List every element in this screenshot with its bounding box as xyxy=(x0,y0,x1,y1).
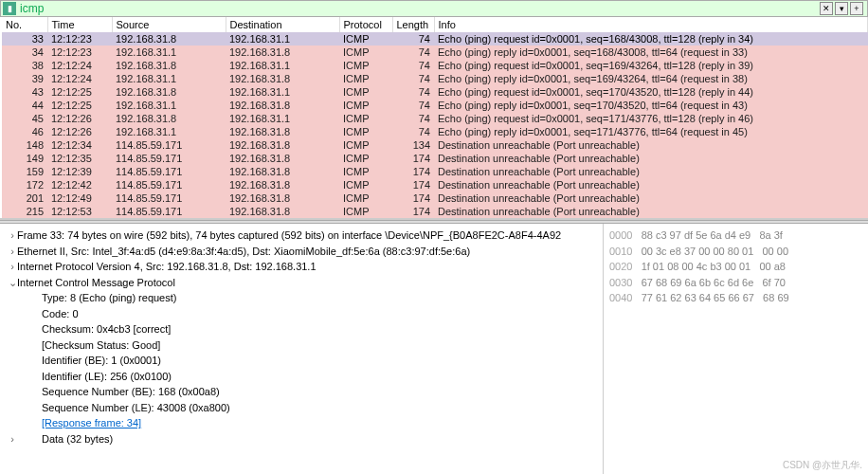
filter-dropdown-button[interactable]: ▾ xyxy=(835,2,848,15)
tree-node[interactable]: Code: 0 xyxy=(8,306,595,322)
tree-node[interactable]: Identifier (BE): 1 (0x0001) xyxy=(8,353,595,369)
expand-toggle-icon[interactable]: › xyxy=(8,228,17,244)
hex-offset: 0030 xyxy=(609,277,642,288)
tree-node[interactable]: ⌄Internet Control Message Protocol xyxy=(8,275,595,291)
hex-offset: 0020 xyxy=(609,261,642,272)
column-header[interactable]: Protocol xyxy=(339,17,392,32)
hex-line[interactable]: 0020 1f 01 08 00 4c b3 00 01 00 a8 xyxy=(609,259,862,275)
packet-table-header: No.TimeSourceDestinationProtocolLengthIn… xyxy=(2,17,868,32)
expand-toggle-icon[interactable]: › xyxy=(8,431,17,447)
tree-label: Data (32 bytes) xyxy=(42,433,113,445)
hex-bytes: 88 c3 97 df 5e 6a d4 e9 8a 3f xyxy=(642,229,783,241)
tree-label: Identifier (BE): 1 (0x0001) xyxy=(42,355,161,366)
filter-add-button[interactable]: + xyxy=(850,2,863,15)
tree-node[interactable]: ›Internet Protocol Version 4, Src: 192.1… xyxy=(8,259,595,275)
tree-node[interactable]: ›Frame 33: 74 bytes on wire (592 bits), … xyxy=(8,228,595,244)
tree-label: Sequence Number (BE): 168 (0x00a8) xyxy=(42,386,220,397)
tree-label: Internet Control Message Protocol xyxy=(17,277,175,288)
hex-bytes: 00 3c e8 37 00 00 80 01 00 00 xyxy=(642,246,788,257)
tree-node[interactable]: Sequence Number (LE): 43008 (0xa800) xyxy=(8,400,595,416)
column-header[interactable]: No. xyxy=(2,17,47,32)
tree-node[interactable]: ›Ethernet II, Src: Intel_3f:4a:d5 (d4:e9… xyxy=(8,244,595,260)
tree-node[interactable]: ›Data (32 bytes) xyxy=(8,431,595,447)
tree-label: Checksum: 0x4cb3 [correct] xyxy=(42,323,171,335)
tree-label: Sequence Number (LE): 43008 (0xa800) xyxy=(42,402,230,413)
expand-toggle-icon[interactable]: › xyxy=(8,244,17,260)
hex-offset: 0000 xyxy=(609,229,642,241)
packet-row[interactable]: 4512:12:26192.168.31.8192.168.31.1ICMP74… xyxy=(2,112,868,125)
packet-row[interactable]: 15912:12:39114.85.59.171192.168.31.8ICMP… xyxy=(2,165,868,178)
packet-row[interactable]: 20112:12:49114.85.59.171192.168.31.8ICMP… xyxy=(2,191,868,205)
filter-clear-button[interactable]: ✕ xyxy=(820,2,833,15)
column-header[interactable]: Source xyxy=(112,17,226,32)
hex-bytes: 77 61 62 63 64 65 66 67 68 69 xyxy=(642,292,789,303)
tree-label: Code: 0 xyxy=(42,308,79,319)
tree-node[interactable]: Identifier (LE): 256 (0x0100) xyxy=(8,369,595,385)
packet-row[interactable]: 17212:12:42114.85.59.171192.168.31.8ICMP… xyxy=(2,178,868,191)
tree-label: [Response frame: 34] xyxy=(42,417,141,428)
watermark-text: CSDN @亦世凡华. xyxy=(783,459,862,472)
tree-label: [Checksum Status: Good] xyxy=(42,339,160,351)
bookmark-icon[interactable]: ▮ xyxy=(3,2,16,15)
hex-bytes: 67 68 69 6a 6b 6c 6d 6e 6f 70 xyxy=(642,277,786,288)
tree-node[interactable]: Type: 8 (Echo (ping) request) xyxy=(8,290,595,306)
packet-list-pane: No.TimeSourceDestinationProtocolLengthIn… xyxy=(0,17,868,220)
tree-label: Internet Protocol Version 4, Src: 192.16… xyxy=(17,261,316,272)
tree-label: Type: 8 (Echo (ping) request) xyxy=(42,292,176,303)
packet-bytes-pane: 0000 88 c3 97 df 5e 6a d4 e9 8a 3f0010 0… xyxy=(603,224,868,474)
packet-row[interactable]: 14812:12:34114.85.59.171192.168.31.8ICMP… xyxy=(2,138,868,152)
packet-row[interactable]: 14912:12:35114.85.59.171192.168.31.8ICMP… xyxy=(2,152,868,165)
bottom-panes: ›Frame 33: 74 bytes on wire (592 bits), … xyxy=(0,224,868,474)
expand-toggle-icon[interactable]: › xyxy=(8,259,17,275)
tree-node[interactable]: Sequence Number (BE): 168 (0x00a8) xyxy=(8,384,595,400)
expand-toggle-icon[interactable]: ⌄ xyxy=(8,275,17,291)
hex-line[interactable]: 0010 00 3c e8 37 00 00 80 01 00 00 xyxy=(609,244,862,260)
packet-row[interactable]: 4612:12:26192.168.31.1192.168.31.8ICMP74… xyxy=(2,125,868,138)
packet-row[interactable]: 3812:12:24192.168.31.8192.168.31.1ICMP74… xyxy=(2,59,868,72)
hex-bytes: 1f 01 08 00 4c b3 00 01 00 a8 xyxy=(642,261,786,272)
tree-node[interactable]: [Checksum Status: Good] xyxy=(8,337,595,354)
column-header[interactable]: Info xyxy=(434,17,868,32)
tree-label: Identifier (LE): 256 (0x0100) xyxy=(42,371,172,382)
packet-table: No.TimeSourceDestinationProtocolLengthIn… xyxy=(0,17,868,218)
display-filter-bar: ▮ ✕ ▾ + xyxy=(0,0,868,17)
display-filter-input[interactable] xyxy=(20,2,818,15)
hex-line[interactable]: 0030 67 68 69 6a 6b 6c 6d 6e 6f 70 xyxy=(609,275,862,291)
tree-node[interactable]: [Response frame: 34] xyxy=(8,415,595,431)
tree-label: Frame 33: 74 bytes on wire (592 bits), 7… xyxy=(17,229,561,241)
hex-offset: 0010 xyxy=(609,246,642,257)
packet-row[interactable]: 3412:12:23192.168.31.1192.168.31.8ICMP74… xyxy=(2,46,868,59)
column-header[interactable]: Length xyxy=(392,17,434,32)
hex-offset: 0040 xyxy=(609,292,642,303)
packet-row[interactable]: 21512:12:53114.85.59.171192.168.31.8ICMP… xyxy=(2,205,868,218)
packet-details-tree: ›Frame 33: 74 bytes on wire (592 bits), … xyxy=(0,224,603,474)
packet-row[interactable]: 4412:12:25192.168.31.1192.168.31.8ICMP74… xyxy=(2,99,868,112)
packet-row[interactable]: 3912:12:24192.168.31.1192.168.31.8ICMP74… xyxy=(2,72,868,85)
tree-label: Ethernet II, Src: Intel_3f:4a:d5 (d4:e9:… xyxy=(17,246,470,257)
column-header[interactable]: Destination xyxy=(226,17,339,32)
packet-row[interactable]: 4312:12:25192.168.31.8192.168.31.1ICMP74… xyxy=(2,85,868,99)
packet-row[interactable]: 3312:12:23192.168.31.8192.168.31.1ICMP74… xyxy=(2,32,868,46)
tree-node[interactable]: Checksum: 0x4cb3 [correct] xyxy=(8,321,595,337)
hex-line[interactable]: 0000 88 c3 97 df 5e 6a d4 e9 8a 3f xyxy=(609,228,862,244)
column-header[interactable]: Time xyxy=(47,17,112,32)
hex-line[interactable]: 0040 77 61 62 63 64 65 66 67 68 69 xyxy=(609,290,862,306)
filter-controls: ✕ ▾ + xyxy=(818,2,865,15)
